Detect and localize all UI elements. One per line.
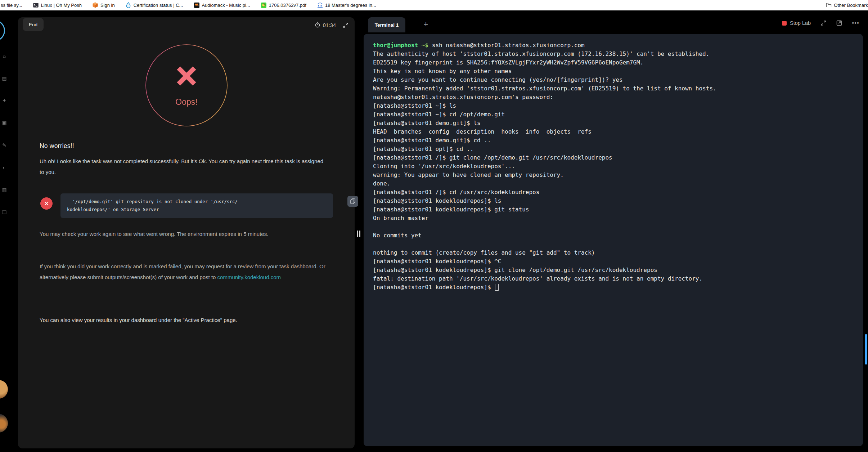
bookmark-item[interactable]: Certification status | C... (126, 2, 183, 8)
terminal-text: ssh natasha@ststor01.stratos.xfusioncorp… (428, 42, 584, 49)
community-link[interactable]: community.kodekloud.com (217, 274, 281, 280)
bookmark-item[interactable]: Linux | Oh My Posh (33, 2, 82, 8)
terminal-text: fatal: destination path '/usr/src/kodekl… (373, 275, 702, 282)
terminal-line: The authenticity of host 'ststor01.strat… (373, 50, 854, 58)
terminal-text: [natasha@ststor01 opt]$ cd .. (373, 146, 473, 152)
terminal-line: warning: You appear to have cloned an em… (373, 171, 854, 179)
copy-button[interactable] (347, 196, 358, 207)
theme-icon[interactable]: ◐ (0, 164, 8, 171)
logo-ring-icon (0, 20, 5, 41)
oops-label: Oops! (145, 97, 228, 107)
new-terminal-button[interactable]: + (420, 18, 431, 31)
terminal-line: [natasha@ststor01 /]$ git clone /opt/dem… (373, 153, 854, 162)
terminal-line: Are you sure you want to continue connec… (373, 76, 854, 84)
terminal-line: nothing to commit (create/copy files and… (373, 249, 854, 257)
terminal-output: thor@jumphost ~$ ssh natasha@ststor01.st… (364, 34, 863, 299)
tab-end-label: End (29, 22, 37, 27)
star-icon[interactable]: ✦ (0, 97, 8, 104)
oops-badge: Oops! (145, 44, 228, 127)
projects-icon[interactable]: ▤ (0, 74, 8, 82)
expand-icon[interactable] (820, 20, 827, 26)
terminal-line: fatal: destination path '/usr/src/kodekl… (373, 274, 854, 283)
water-drop-icon (126, 2, 131, 8)
list-icon[interactable]: ▥ (0, 186, 8, 194)
terminal-line: thor@jumphost ~$ ssh natasha@ststor01.st… (373, 41, 854, 50)
expand-icon[interactable] (342, 22, 349, 28)
terminal-text: Are you sure you want to continue connec… (373, 76, 623, 83)
terminal-text: [natasha@ststor01 /]$ git clone /opt/dem… (373, 154, 612, 161)
terminal-text: [natasha@ststor01 kodekloudrepos]$ git c… (373, 267, 657, 273)
terminal-line: This key is not known by any other names (373, 67, 854, 76)
bank-icon (317, 2, 323, 8)
terminal-text: [natasha@ststor01 kodekloudrepos]$ git s… (373, 206, 529, 213)
timer: 01:34 (315, 22, 336, 29)
terminal-line: [natasha@ststor01 /]$ cd /usr/src/kodekl… (373, 188, 854, 197)
open-in-new-icon[interactable] (836, 20, 842, 26)
terminal-panel: Terminal 1 + Stop Lab ••• thor@jumphost … (364, 17, 863, 448)
terminal-text: Cloning into '/usr/src/kodekloudrepos'..… (373, 163, 515, 170)
terminal-line: [natasha@ststor01 demo.git]$ ls (373, 119, 854, 127)
terminal-line (373, 240, 854, 249)
terminal-icon (33, 2, 39, 8)
prompt-symbol: ~$ (418, 42, 428, 49)
timer-value: 01:34 (323, 22, 336, 28)
scrollbar-thumb[interactable] (865, 334, 867, 364)
terminal-line (373, 223, 854, 231)
terminal-text: HEAD branches config description hooks i… (373, 128, 592, 135)
stop-lab-button[interactable]: Stop Lab (782, 20, 811, 26)
panel-resize-handle[interactable] (357, 231, 360, 237)
terminal-line: [natasha@ststor01 kodekloudrepos]$ git c… (373, 266, 854, 274)
avatar[interactable] (0, 380, 8, 399)
notes-icon[interactable]: ❏ (0, 208, 8, 216)
stop-icon (782, 21, 787, 26)
smiley-icon (261, 2, 267, 8)
terminal-line: On branch master (373, 214, 854, 223)
error-message-line2: kodekloudrepos/' on Storage Server (67, 206, 313, 214)
end-panel: End 01:34 Oops! No worries!! (18, 17, 355, 448)
terminal-text: natasha@ststor01.stratos.xfusioncorp.com… (373, 94, 553, 100)
terminal-line: [natasha@ststor01 kodekloudrepos]$ git s… (373, 205, 854, 214)
bookmark-item[interactable]: ss file sy... (1, 3, 22, 8)
bookmark-label: Audiomack - Music pl... (202, 3, 250, 8)
tab-divider (415, 20, 415, 30)
terminal-text: ED25519 key fingerprint is SHA256:fYQXsZ… (373, 59, 643, 66)
other-bookmarks-button[interactable]: Other Bookmark (826, 0, 868, 10)
terminal-text: [natasha@ststor01 ~]$ ls (373, 102, 456, 109)
bookmark-label: 1706.03762v7.pdf (269, 3, 306, 8)
more-options-button[interactable]: ••• (852, 19, 859, 27)
avatar[interactable] (0, 414, 8, 433)
bookmark-item[interactable]: 18 Master's degrees in... (317, 2, 376, 8)
prompt-user: thor@jumphost (373, 42, 418, 49)
terminal-line: [natasha@ststor01 demo.git]$ cd .. (373, 136, 854, 145)
bookmark-label: Sign in (100, 3, 115, 8)
terminal-header: Terminal 1 + Stop Lab ••• (364, 17, 863, 34)
terminal-text: [natasha@ststor01 kodekloudrepos]$ ls (373, 197, 501, 204)
terminal-text: [natasha@ststor01 /]$ cd /usr/src/kodekl… (373, 189, 539, 196)
other-bookmarks-label: Other Bookmark (834, 3, 868, 8)
terminal-text: On branch master (373, 215, 428, 221)
terminal-line: [natasha@ststor01 kodekloudrepos]$ ls (373, 197, 854, 205)
bookmark-item[interactable]: Audiomack - Music pl... (194, 2, 250, 8)
apps-icon[interactable]: ⌂ (0, 52, 8, 60)
terminal-text: nothing to commit (create/copy files and… (373, 249, 595, 256)
terminal-text: done. (373, 180, 390, 187)
result-heading: No worries!! (40, 142, 74, 150)
terminal-text: The authenticity of host 'ststor01.strat… (373, 50, 709, 57)
error-message-line1: - '/opt/demo.git' git repository is not … (67, 198, 313, 206)
tab-terminal-1-label: Terminal 1 (375, 22, 399, 28)
bookmark-item[interactable]: Sign in (93, 2, 115, 8)
terminal-body[interactable]: thor@jumphost ~$ ssh natasha@ststor01.st… (364, 34, 863, 446)
bookmark-label: Certification status | C... (134, 3, 183, 8)
tab-terminal-1[interactable]: Terminal 1 (368, 17, 405, 32)
bookmark-item[interactable]: 1706.03762v7.pdf (261, 2, 306, 8)
edit-icon[interactable]: ✎ (0, 141, 8, 149)
terminal-text: This key is not known by any other names (373, 68, 512, 75)
terminal-line: [natasha@ststor01 ~]$ ls (373, 102, 854, 110)
terminal-controls: Stop Lab ••• (782, 19, 859, 27)
bookmarks-items: ss file sy...Linux | Oh My PoshSign inCe… (0, 2, 376, 8)
oops-circle-icon (145, 44, 228, 127)
terminal-line: Cloning into '/usr/src/kodekloudrepos'..… (373, 162, 854, 171)
package-icon[interactable]: ▣ (0, 119, 8, 127)
terminal-text (373, 241, 377, 247)
tab-end[interactable]: End (23, 18, 44, 31)
